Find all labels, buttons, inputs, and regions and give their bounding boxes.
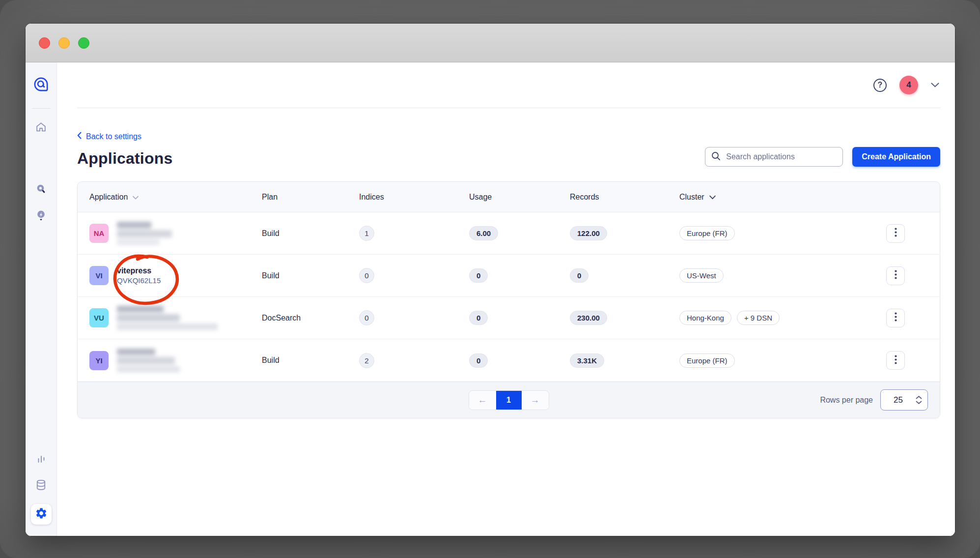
plan-value: Build <box>262 229 280 238</box>
sidebar-item-data[interactable] <box>34 478 49 493</box>
app-id: QVKQI62L15 <box>117 276 161 286</box>
sidebar-item-recommend[interactable] <box>34 209 49 224</box>
sidebar <box>26 62 57 536</box>
plan-value: Build <box>262 356 280 365</box>
next-page-button[interactable]: → <box>522 391 549 410</box>
stepper-arrows[interactable] <box>916 396 922 404</box>
account-menu-toggle[interactable] <box>931 81 939 89</box>
pagination: ← 1 → <box>469 390 549 410</box>
kebab-menu-icon <box>895 355 897 366</box>
rows-per-page-input[interactable] <box>881 395 916 405</box>
search-icon <box>711 151 721 163</box>
page-title: Applications <box>77 149 172 168</box>
row-actions-menu-button[interactable] <box>886 309 905 327</box>
table-header-row: Application Plan Indices Usage Records C… <box>78 182 940 212</box>
redacted-app-name <box>117 349 180 372</box>
records-badge: 230.00 <box>570 311 607 325</box>
sidebar-item-settings[interactable] <box>31 504 52 525</box>
help-icon[interactable]: ? <box>873 79 887 92</box>
kebab-menu-icon <box>895 228 897 239</box>
applications-table: Application Plan Indices Usage Records C… <box>77 181 940 418</box>
create-application-button[interactable]: Create Application <box>852 147 940 167</box>
back-to-settings-link[interactable]: Back to settings <box>77 132 141 141</box>
current-page-button[interactable]: 1 <box>496 391 522 410</box>
desktop-background: ? 4 <box>0 0 980 558</box>
records-badge: 0 <box>570 268 588 283</box>
app-avatar: VU <box>89 308 109 327</box>
sidebar-item-home[interactable] <box>34 120 49 135</box>
usage-badge: 6.00 <box>469 226 498 240</box>
column-header-cluster[interactable]: Cluster <box>668 193 874 202</box>
cluster-badge: Hong-Kong <box>679 311 731 325</box>
zoom-window-button[interactable] <box>78 37 89 49</box>
window-titlebar <box>26 24 955 62</box>
row-actions-menu-button[interactable] <box>886 266 905 285</box>
search-applications-input[interactable] <box>726 152 837 161</box>
column-header-application[interactable]: Application <box>78 193 250 202</box>
usage-badge: 0 <box>469 311 488 325</box>
sidebar-item-analytics[interactable] <box>34 453 49 468</box>
search-icon <box>35 183 47 197</box>
app-window: ? 4 <box>25 23 955 536</box>
lightbulb-icon <box>35 209 47 224</box>
cluster-badge: Europe (FR) <box>679 353 735 368</box>
column-header-records[interactable]: Records <box>558 193 668 202</box>
help-glyph: ? <box>878 81 883 89</box>
app-name: vitepress <box>117 265 161 276</box>
plan-value: DocSearch <box>262 314 301 323</box>
indices-badge: 0 <box>359 268 374 283</box>
user-avatar[interactable]: 4 <box>899 76 918 94</box>
sidebar-divider <box>32 108 51 109</box>
row-actions-menu-button[interactable] <box>886 224 905 243</box>
rows-per-page-stepper <box>880 389 928 411</box>
usage-badge: 0 <box>469 353 488 368</box>
plan-value: Build <box>262 271 280 280</box>
kebab-menu-icon <box>895 270 897 281</box>
column-header-indices[interactable]: Indices <box>347 193 457 202</box>
avatar-label: 4 <box>906 80 911 90</box>
sort-chevron-icon <box>133 196 139 200</box>
chevron-left-icon <box>77 132 82 141</box>
indices-badge: 0 <box>359 310 374 325</box>
home-icon <box>35 121 47 135</box>
database-icon <box>35 479 47 493</box>
top-navigation-bar: ? 4 <box>57 62 955 108</box>
table-row[interactable]: YI Build 2 0 3.31K Europ <box>78 339 940 382</box>
dsn-badge: + 9 DSN <box>737 311 780 325</box>
back-link-label: Back to settings <box>86 132 141 141</box>
cluster-badge: US-West <box>679 268 724 283</box>
indices-badge: 2 <box>359 353 374 368</box>
chevron-down-icon <box>931 81 939 89</box>
records-badge: 122.00 <box>570 226 607 240</box>
app-avatar: NA <box>89 224 109 243</box>
table-row[interactable]: VI vitepress QVKQI62L15 Build 0 0 0 US-W… <box>78 255 940 297</box>
kebab-menu-icon <box>895 312 897 323</box>
previous-page-button[interactable]: ← <box>469 391 496 410</box>
search-applications-box <box>705 147 843 167</box>
app-avatar: YI <box>89 351 109 370</box>
algolia-logo[interactable] <box>33 76 49 94</box>
indices-badge: 1 <box>359 226 374 241</box>
sidebar-item-search[interactable] <box>34 182 49 197</box>
table-footer: ← 1 → Rows per page <box>78 382 940 418</box>
table-row[interactable]: NA Build 1 6.00 122.00 E <box>78 212 940 255</box>
minimize-window-button[interactable] <box>58 37 70 49</box>
settings-gear-icon <box>35 507 48 522</box>
column-header-usage[interactable]: Usage <box>457 193 558 202</box>
redacted-app-name <box>117 222 172 245</box>
records-badge: 3.31K <box>570 353 604 368</box>
cluster-badge: Europe (FR) <box>679 226 735 240</box>
table-row[interactable]: VU DocSearch 0 0 230.00 <box>78 297 940 339</box>
app-avatar: VI <box>89 266 109 285</box>
redacted-app-name <box>117 306 218 330</box>
column-header-plan[interactable]: Plan <box>250 193 347 202</box>
analytics-icon <box>35 453 47 467</box>
sort-chevron-icon <box>709 195 716 200</box>
row-actions-menu-button[interactable] <box>886 351 905 370</box>
rows-per-page-label: Rows per page <box>820 396 873 405</box>
usage-badge: 0 <box>469 268 488 283</box>
close-window-button[interactable] <box>39 37 50 49</box>
